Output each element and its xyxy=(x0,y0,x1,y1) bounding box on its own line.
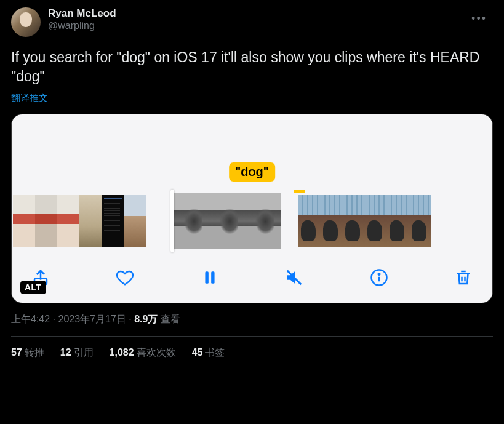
svg-point-6 xyxy=(378,273,380,275)
likes-stat[interactable]: 1,082喜欢次数 xyxy=(110,346,176,359)
delete-button[interactable] xyxy=(452,266,475,289)
timeline-frame xyxy=(13,195,35,247)
svg-rect-2 xyxy=(211,271,214,284)
clip-group-3 xyxy=(298,195,431,247)
trash-icon xyxy=(454,268,473,287)
playhead[interactable] xyxy=(170,190,174,252)
tweet-time[interactable]: 上午4:42 xyxy=(11,314,50,324)
like-button[interactable] xyxy=(113,266,137,289)
timeline-frame xyxy=(321,195,343,247)
tweet-date[interactable]: 2023年7月17日 xyxy=(58,314,126,324)
timeline-frame xyxy=(57,195,79,247)
audio-caption-bubble: "dog" xyxy=(229,162,276,182)
media-card[interactable]: "dog" xyxy=(11,114,493,303)
clip-group-2 xyxy=(163,193,281,249)
video-controls xyxy=(12,255,492,303)
info-button[interactable] xyxy=(367,266,391,289)
mute-button[interactable] xyxy=(282,266,306,289)
pause-button[interactable] xyxy=(198,266,222,289)
info-icon xyxy=(370,268,388,287)
heart-icon xyxy=(116,268,134,287)
timeline-frame xyxy=(409,195,431,247)
clip-group-1 xyxy=(13,195,146,247)
user-handle: @warpling xyxy=(48,20,493,31)
caption-marker xyxy=(294,190,305,193)
tweet-text: If you search for "dog" on iOS 17 it'll … xyxy=(11,48,493,86)
tweet-container: Ryan McLeod @warpling ••• If you search … xyxy=(0,0,504,367)
timeline-frame xyxy=(174,193,210,249)
avatar[interactable] xyxy=(11,7,41,37)
timeline-frame xyxy=(210,193,246,249)
tweet-stats: 57转推 12引用 1,082喜欢次数 45书签 xyxy=(11,337,493,359)
quotes-stat[interactable]: 12引用 xyxy=(60,346,94,359)
timeline-frame xyxy=(298,195,321,247)
mute-icon xyxy=(285,268,303,287)
timeline-frame xyxy=(246,193,281,249)
alt-badge[interactable]: ALT xyxy=(20,281,46,294)
timeline-frame xyxy=(79,195,102,247)
bookmarks-stat[interactable]: 45书签 xyxy=(192,346,225,359)
retweets-stat[interactable]: 57转推 xyxy=(11,346,44,359)
views-label: 查看 xyxy=(161,314,180,324)
tweet-header: Ryan McLeod @warpling ••• xyxy=(11,7,493,37)
timeline-frame xyxy=(35,195,57,247)
timeline-frame xyxy=(387,195,409,247)
views-count: 8.9万 xyxy=(134,314,158,324)
timeline-frame xyxy=(124,195,146,247)
svg-rect-1 xyxy=(205,271,208,284)
more-options-button[interactable]: ••• xyxy=(469,10,489,28)
timeline-frame xyxy=(365,195,387,247)
timeline-frame xyxy=(343,195,365,247)
user-block[interactable]: Ryan McLeod @warpling xyxy=(48,7,493,31)
translate-link[interactable]: 翻译推文 xyxy=(11,92,493,104)
display-name: Ryan McLeod xyxy=(48,7,493,20)
more-icon: ••• xyxy=(471,12,487,25)
pause-icon xyxy=(202,268,218,287)
tweet-meta: 上午4:42 · 2023年7月17日 · 8.9万 查看 xyxy=(11,313,493,326)
timeline-frame xyxy=(102,195,124,247)
